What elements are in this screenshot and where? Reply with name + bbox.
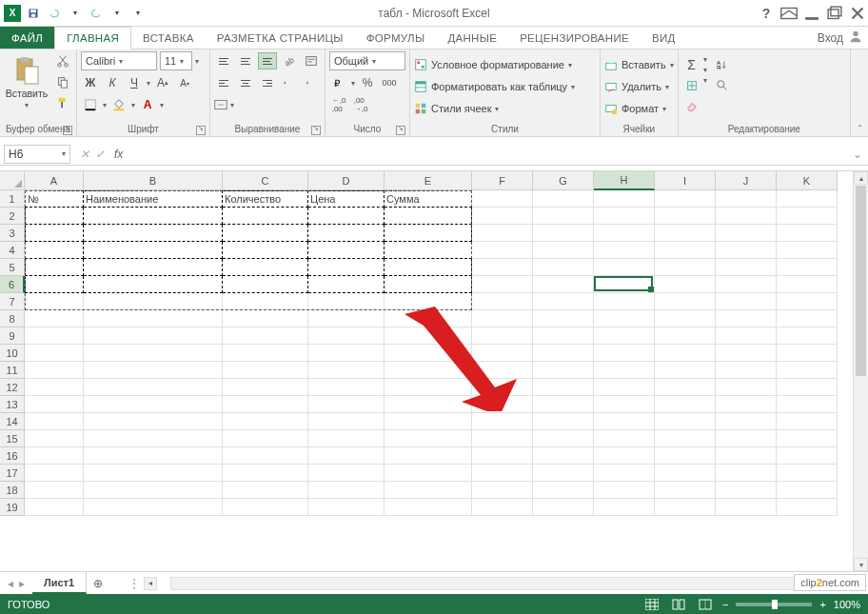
cell-E18[interactable]: [385, 482, 472, 499]
cell-G8[interactable]: [533, 310, 594, 327]
cell-J9[interactable]: [716, 327, 777, 345]
zoom-slider[interactable]: [736, 603, 812, 606]
cell-D3[interactable]: [308, 225, 385, 242]
decrease-indent-icon[interactable]: [280, 73, 299, 92]
cell-E4[interactable]: [385, 242, 472, 259]
tab-file[interactable]: ФАЙЛ: [0, 27, 54, 49]
cell-K9[interactable]: [777, 327, 838, 345]
delete-cells-button[interactable]: Удалить▾: [604, 77, 669, 96]
align-right-icon[interactable]: [258, 74, 277, 91]
minimize-icon[interactable]: [801, 3, 822, 24]
cell-H1[interactable]: [594, 190, 655, 208]
cell-K3[interactable]: [777, 225, 838, 242]
cell-F13[interactable]: [472, 396, 533, 413]
cell-G3[interactable]: [533, 225, 594, 242]
cell-C3[interactable]: [223, 225, 308, 242]
cell-H3[interactable]: [594, 225, 655, 242]
cell-K19[interactable]: [777, 499, 838, 516]
cell-A19[interactable]: [25, 499, 84, 516]
cell-A7[interactable]: [25, 293, 84, 310]
cell-I14[interactable]: [655, 413, 716, 430]
row-header-16[interactable]: 16: [0, 447, 25, 465]
cell-C13[interactable]: [223, 396, 308, 413]
cell-B15[interactable]: [84, 430, 223, 447]
column-header-J[interactable]: J: [716, 171, 777, 190]
save-icon[interactable]: [25, 5, 42, 22]
ribbon-display-icon[interactable]: [779, 3, 799, 24]
cell-K10[interactable]: [777, 345, 838, 362]
cell-B2[interactable]: [84, 208, 223, 225]
column-header-B[interactable]: B: [84, 171, 223, 190]
cell-C14[interactable]: [223, 413, 308, 430]
add-sheet-button[interactable]: ⊕: [87, 572, 109, 594]
column-header-I[interactable]: I: [655, 171, 716, 190]
cell-I10[interactable]: [655, 345, 716, 362]
align-center-icon[interactable]: [236, 74, 255, 91]
font-size-combo[interactable]: 11▾: [160, 51, 192, 70]
tab-insert[interactable]: ВСТАВКА: [131, 27, 206, 49]
format-painter-icon[interactable]: [53, 93, 72, 112]
cell-A10[interactable]: [25, 345, 84, 362]
cell-E1[interactable]: Сумма: [385, 190, 472, 208]
autosum-icon[interactable]: Σ: [682, 55, 701, 74]
row-header-11[interactable]: 11: [0, 362, 25, 379]
align-middle-icon[interactable]: [236, 52, 255, 69]
cell-J2[interactable]: [716, 208, 777, 225]
cell-K12[interactable]: [777, 379, 838, 396]
cell-K5[interactable]: [777, 259, 838, 276]
cell-G5[interactable]: [533, 259, 594, 276]
spreadsheet-grid[interactable]: ABCDEFGHIJK 1234567891011121314151617181…: [0, 171, 868, 571]
cell-E15[interactable]: [385, 430, 472, 447]
qat-customize[interactable]: ▾: [129, 5, 147, 22]
cell-D4[interactable]: [308, 242, 385, 259]
currency-icon[interactable]: ₽: [329, 73, 348, 92]
cell-H5[interactable]: [594, 259, 655, 276]
cell-H14[interactable]: [594, 413, 655, 430]
borders-icon[interactable]: [81, 95, 100, 114]
cell-F19[interactable]: [472, 499, 533, 516]
cell-E12[interactable]: [385, 379, 472, 396]
row-header-14[interactable]: 14: [0, 413, 25, 430]
cell-styles-button[interactable]: Стили ячеек▾: [414, 99, 499, 118]
font-name-combo[interactable]: Calibri▾: [81, 51, 157, 70]
cell-D8[interactable]: [308, 310, 385, 327]
insert-cells-button[interactable]: Вставить▾: [604, 55, 674, 74]
cell-H12[interactable]: [594, 379, 655, 396]
cell-F14[interactable]: [472, 413, 533, 430]
cell-C18[interactable]: [223, 482, 308, 499]
cell-K4[interactable]: [777, 242, 838, 259]
cell-C5[interactable]: [223, 259, 308, 276]
cell-K14[interactable]: [777, 413, 838, 430]
cell-I16[interactable]: [655, 447, 716, 465]
cell-A17[interactable]: [25, 465, 84, 482]
cell-E6[interactable]: [385, 276, 472, 293]
cell-D6[interactable]: [308, 276, 385, 293]
cell-K18[interactable]: [777, 482, 838, 499]
alignment-launcher[interactable]: [311, 126, 321, 135]
cell-B19[interactable]: [84, 499, 223, 516]
orientation-icon[interactable]: ab: [280, 51, 299, 70]
row-header-5[interactable]: 5: [0, 259, 25, 276]
undo-dropdown[interactable]: ▾: [67, 5, 84, 22]
cell-D18[interactable]: [308, 482, 385, 499]
clear-icon[interactable]: [682, 97, 701, 116]
cell-C10[interactable]: [223, 345, 308, 362]
cell-F16[interactable]: [472, 447, 533, 465]
cell-J16[interactable]: [716, 447, 777, 465]
cell-H4[interactable]: [594, 242, 655, 259]
cell-K8[interactable]: [777, 310, 838, 327]
cell-K11[interactable]: [777, 362, 838, 379]
cell-I9[interactable]: [655, 327, 716, 345]
tab-formulas[interactable]: ФОРМУЛЫ: [355, 27, 437, 49]
cell-B8[interactable]: [84, 310, 223, 327]
sheet-tab-1[interactable]: Лист1: [32, 572, 87, 594]
cell-D9[interactable]: [308, 327, 385, 345]
zoom-level[interactable]: 100%: [834, 599, 860, 610]
cell-F9[interactable]: [472, 327, 533, 345]
format-cells-button[interactable]: Формат▾: [604, 99, 666, 118]
cell-A8[interactable]: [25, 310, 84, 327]
cell-A13[interactable]: [25, 396, 84, 413]
cell-K6[interactable]: [777, 276, 838, 293]
cell-D2[interactable]: [308, 208, 385, 225]
row-headers[interactable]: 12345678910111213141516171819: [0, 190, 25, 571]
